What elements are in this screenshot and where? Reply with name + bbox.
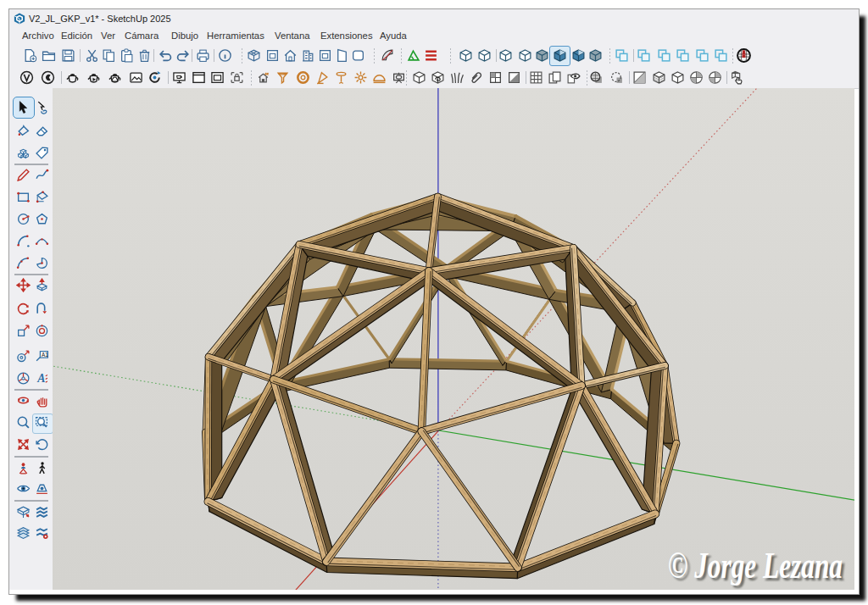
svg-text:© Jorge Lezana: © Jorge Lezana (668, 545, 843, 586)
